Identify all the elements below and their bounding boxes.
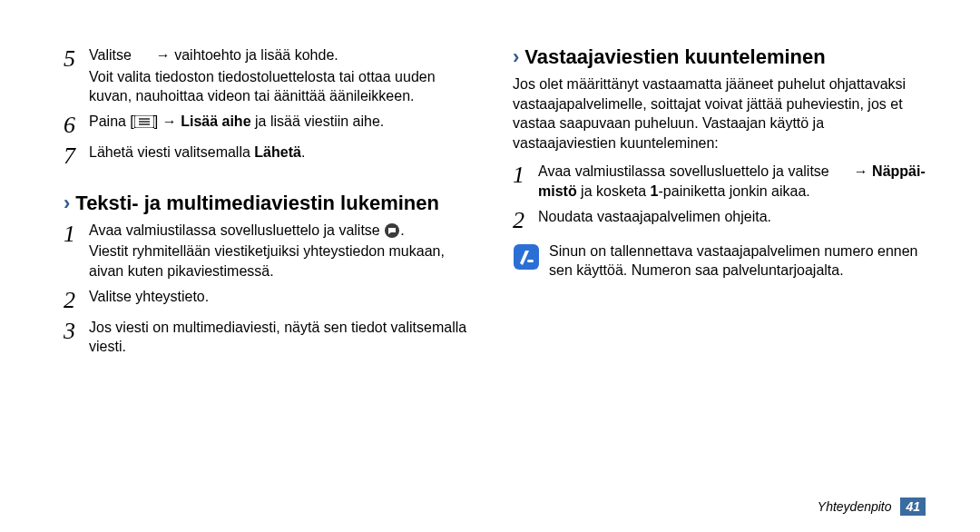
phone-app-icon [833, 163, 849, 180]
svg-rect-5 [514, 244, 539, 270]
step-body: Avaa valmiustilassa sovellusluettelo ja … [538, 162, 926, 201]
step-number: 1 [513, 162, 538, 187]
text: → [849, 163, 872, 179]
text: Avaa valmiustilassa sovellusluettelo ja … [89, 222, 384, 238]
footer-section: Yhteydenpito [818, 499, 892, 514]
svg-rect-6 [527, 260, 534, 262]
step-2: 2 Valitse yhteystieto. [64, 287, 476, 312]
text: → vaihtoehto ja lisää kohde. [152, 47, 338, 63]
text-bold: Lisää aihe [181, 113, 250, 129]
text: Noudata vastaajapalvelimen ohjeita. [538, 209, 771, 224]
step-1: 1 Avaa valmiustilassa sovellusluettelo j… [64, 221, 476, 281]
text: Avaa valmiustilassa sovellusluettelo ja … [538, 163, 833, 179]
text-bold: 1 [651, 183, 659, 199]
text: Viestit ryhmitellään viestiketjuiksi yht… [89, 241, 476, 281]
step-6: 6 Paina [] → Lisää aihe ja lisää viestii… [64, 112, 476, 137]
step-body: Noudata vastaajapalvelimen ohjeita. [538, 207, 926, 227]
section-heading: › Vastaajaviestien kuunteleminen [513, 45, 926, 69]
step-body: Jos viesti on multimediaviesti, näytä se… [89, 318, 476, 357]
text: Valitse yhteystieto. [89, 289, 209, 304]
chevron-icon: › [513, 47, 519, 67]
step-1: 1 Avaa valmiustilassa sovellusluettelo j… [513, 162, 926, 201]
text: . [301, 144, 305, 160]
section-heading: › Teksti- ja multimediaviestin lukeminen [64, 192, 476, 215]
step-5: 5 Valitse → vaihtoehto ja lisää kohde. V… [64, 45, 476, 106]
heading-text: Vastaajaviestien kuunteleminen [524, 45, 825, 69]
step-body: Valitse → vaihtoehto ja lisää kohde. Voi… [89, 45, 476, 106]
step-number: 2 [64, 287, 89, 312]
text: Valitse [89, 47, 135, 63]
step-2: 2 Noudata vastaajapalvelimen ohjeita. [513, 207, 926, 232]
note: Sinun on tallennettava vastaajapalvelime… [513, 241, 926, 281]
note-icon [513, 243, 540, 274]
step-number: 2 [513, 207, 538, 232]
step-7: 7 Lähetä viesti valitsemalla Lähetä. [64, 143, 476, 168]
text: . [400, 222, 404, 238]
note-text: Sinun on tallennettava vastaajapalvelime… [549, 241, 926, 281]
text: Jos viesti on multimediaviesti, näytä se… [89, 320, 466, 355]
step-3: 3 Jos viesti on multimediaviesti, näytä … [64, 318, 476, 357]
text: Voit valita tiedoston tiedostoluettelost… [89, 67, 476, 106]
chevron-icon: › [64, 193, 70, 213]
step-number: 1 [64, 221, 89, 246]
text: ja lisää viestiin aihe. [251, 113, 385, 129]
intro-paragraph: Jos olet määrittänyt vastaamatta jääneet… [513, 74, 926, 153]
step-number: 7 [64, 143, 89, 168]
text: Paina [ [89, 113, 134, 129]
page-footer: Yhteydenpito 41 [818, 499, 926, 514]
text: -painiketta jonkin aikaa. [659, 183, 810, 199]
heading-text: Teksti- ja multimediaviestin lukeminen [75, 192, 439, 215]
attach-icon [135, 48, 152, 63]
step-number: 6 [64, 112, 89, 137]
text: Lähetä viesti valitsemalla [89, 144, 254, 160]
step-body: Lähetä viesti valitsemalla Lähetä. [89, 143, 476, 163]
messaging-app-icon [384, 222, 400, 239]
menu-key-icon [134, 115, 154, 128]
text: ja kosketa [577, 183, 651, 199]
text: ] → [154, 113, 181, 129]
step-body: Valitse yhteystieto. [89, 287, 476, 307]
footer-page-number: 41 [900, 498, 926, 516]
step-body: Avaa valmiustilassa sovellusluettelo ja … [89, 221, 476, 281]
step-number: 5 [64, 45, 89, 71]
text-bold: Lähetä [254, 144, 301, 160]
step-body: Paina [] → Lisää aihe ja lisää viestiin … [89, 112, 476, 132]
step-number: 3 [64, 318, 89, 343]
